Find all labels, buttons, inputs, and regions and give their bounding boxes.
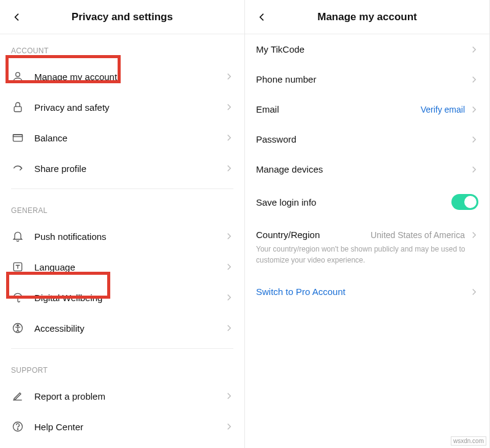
- save-login-toggle[interactable]: [451, 194, 478, 210]
- row-label: Help Center: [34, 422, 225, 432]
- svg-point-0: [16, 72, 20, 77]
- chevron-right-icon: [225, 164, 233, 173]
- row-help-center[interactable]: Help Center: [0, 411, 244, 442]
- divider: [11, 189, 233, 189]
- row-label: Manage my account: [34, 72, 225, 82]
- back-button-right[interactable]: [254, 9, 271, 26]
- row-safety-center[interactable]: Safety Center: [0, 442, 244, 448]
- row-label: Balance: [34, 133, 225, 143]
- chevron-right-icon: [225, 392, 233, 400]
- right-title: Manage my account: [317, 11, 417, 23]
- left-header: Privacy and settings: [0, 0, 244, 34]
- chevron-right-icon: [470, 135, 478, 144]
- chevron-left-icon: [257, 12, 267, 22]
- row-switch-pro[interactable]: Switch to Pro Account: [245, 277, 489, 307]
- right-header: Manage my account: [245, 0, 489, 34]
- row-country-region[interactable]: Country/Region United States of America: [245, 220, 489, 244]
- chevron-right-icon: [225, 232, 233, 241]
- chevron-right-icon: [470, 231, 478, 239]
- svg-rect-1: [14, 106, 21, 111]
- row-balance[interactable]: Balance: [0, 122, 244, 153]
- row-label: Language: [34, 262, 225, 272]
- umbrella-icon: [11, 291, 24, 304]
- chevron-right-icon: [470, 288, 478, 296]
- country-value: United States of America: [371, 230, 465, 240]
- row-label: Phone number: [256, 74, 470, 84]
- wallet-icon: [11, 131, 24, 144]
- chevron-right-icon: [470, 75, 478, 84]
- bell-icon: [11, 230, 24, 243]
- row-label: Privacy and safety: [34, 102, 225, 113]
- svg-point-8: [17, 429, 18, 430]
- row-label: Switch to Pro Account: [256, 286, 470, 297]
- accessibility-icon: [11, 321, 24, 335]
- row-manage-devices[interactable]: Manage devices: [245, 154, 489, 184]
- back-button-left[interactable]: [9, 9, 26, 26]
- row-label: Save login info: [256, 197, 451, 207]
- chevron-left-icon: [12, 12, 22, 22]
- row-push-notifications[interactable]: Push notifications: [0, 221, 244, 252]
- row-label: Report a problem: [34, 391, 225, 401]
- privacy-settings-panel: Privacy and settings ACCOUNT Manage my a…: [0, 0, 245, 448]
- row-tikcode[interactable]: My TikCode: [245, 34, 489, 64]
- section-header-account: ACCOUNT: [0, 34, 244, 61]
- row-label: My TikCode: [256, 44, 470, 54]
- section-header-general: GENERAL: [0, 194, 244, 221]
- chevron-right-icon: [225, 293, 233, 302]
- row-report-problem[interactable]: Report a problem: [0, 381, 244, 411]
- chevron-right-icon: [470, 105, 478, 114]
- svg-rect-3: [13, 135, 23, 136]
- watermark: wsxdn.com: [451, 436, 486, 446]
- share-icon: [11, 162, 24, 175]
- chevron-right-icon: [225, 324, 233, 332]
- row-language[interactable]: Language: [0, 252, 244, 282]
- row-save-login[interactable]: Save login info: [245, 184, 489, 220]
- chevron-right-icon: [225, 422, 233, 431]
- row-password[interactable]: Password: [245, 124, 489, 154]
- row-label: Email: [256, 104, 421, 114]
- row-label: Manage devices: [256, 164, 470, 174]
- row-manage-account[interactable]: Manage my account: [0, 61, 244, 92]
- manage-account-panel: Manage my account My TikCode Phone numbe…: [245, 0, 490, 448]
- row-email[interactable]: Email Verify email: [245, 94, 489, 124]
- chevron-right-icon: [225, 133, 233, 142]
- row-label: Push notifications: [34, 231, 225, 242]
- email-verify-link[interactable]: Verify email: [421, 105, 465, 114]
- country-hint: Your country/region won't be shown publi…: [245, 244, 489, 273]
- divider: [11, 348, 233, 349]
- chevron-right-icon: [225, 72, 233, 81]
- row-label: Share profile: [34, 163, 225, 174]
- person-icon: [11, 70, 24, 83]
- chevron-right-icon: [225, 263, 233, 271]
- chevron-right-icon: [470, 165, 478, 174]
- row-privacy-safety[interactable]: Privacy and safety: [0, 92, 244, 122]
- svg-point-6: [17, 325, 19, 327]
- lock-icon: [11, 100, 24, 114]
- row-share-profile[interactable]: Share profile: [0, 153, 244, 184]
- svg-rect-2: [13, 135, 23, 141]
- section-header-support: SUPPORT: [0, 354, 244, 381]
- row-phone[interactable]: Phone number: [245, 64, 489, 94]
- help-icon: [11, 420, 24, 433]
- row-accessibility[interactable]: Accessibility: [0, 313, 244, 343]
- chevron-right-icon: [470, 45, 478, 54]
- edit-icon: [11, 389, 24, 403]
- row-digital-wellbeing[interactable]: Digital Wellbeing: [0, 282, 244, 313]
- chevron-right-icon: [225, 103, 233, 111]
- row-label: Password: [256, 134, 470, 144]
- row-label: Country/Region: [256, 230, 371, 240]
- language-icon: [11, 260, 24, 274]
- row-label: Digital Wellbeing: [34, 293, 225, 303]
- left-title: Privacy and settings: [72, 11, 173, 23]
- row-label: Accessibility: [34, 323, 225, 334]
